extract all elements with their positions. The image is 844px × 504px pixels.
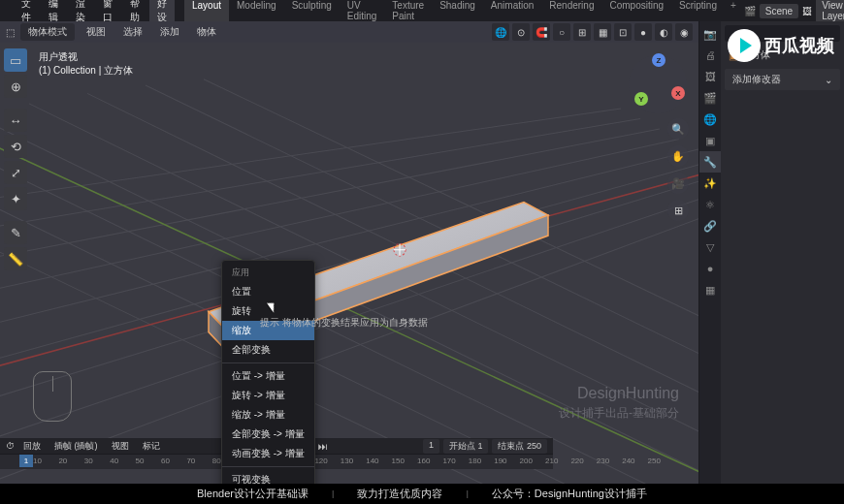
tool-measure[interactable]: 📏	[4, 247, 27, 270]
tl-tick: 70	[186, 457, 195, 465]
pivot-icon[interactable]: ⊙	[512, 23, 530, 41]
tool-move[interactable]: ↔	[4, 109, 27, 132]
gizmo-z-icon[interactable]: Z	[652, 53, 665, 67]
prop-particle-icon[interactable]: ✨	[699, 173, 721, 194]
prop-world-icon[interactable]: 🌐	[699, 109, 721, 130]
tl-tick: 10	[33, 457, 42, 465]
proportional-icon[interactable]: ○	[553, 23, 570, 41]
gizmo-y-icon[interactable]: Y	[634, 92, 648, 106]
cm-header: 应用	[222, 264, 314, 282]
camera-view-icon[interactable]: 🎥	[667, 173, 689, 194]
viewlayer-selector[interactable]: View Layer	[816, 0, 844, 23]
watermark-sub: DesignHunting 设计捕手出品-基础部分	[559, 385, 679, 422]
mouse-hint-icon	[33, 371, 72, 422]
prop-texture-icon[interactable]: ▦	[699, 279, 721, 300]
tl-keying[interactable]: 插帧 (插帧)	[49, 439, 103, 454]
scene-selector[interactable]: Scene	[760, 4, 798, 18]
tl-view[interactable]: 视图	[107, 439, 134, 454]
prop-data-icon[interactable]: ▽	[699, 236, 721, 258]
cm-loc-delta[interactable]: 位置 -> 增量	[222, 366, 314, 386]
snap-icon[interactable]: 🧲	[533, 23, 550, 41]
editor-type-icon[interactable]: ⬚	[6, 27, 15, 38]
prop-render-icon[interactable]: 📷	[699, 23, 721, 45]
viewport-info-label: 用户透视 (1) Collection | 立方体	[39, 50, 133, 78]
current-frame[interactable]: 1	[423, 439, 439, 454]
xigua-watermark-icon: 西瓜视频	[728, 29, 834, 62]
cm-all[interactable]: 全部变换	[222, 340, 314, 360]
tl-tick: 60	[161, 457, 170, 465]
pan-icon[interactable]: ✋	[667, 145, 689, 167]
tool-scale[interactable]: ⤢	[4, 161, 27, 184]
prop-constraint-icon[interactable]: 🔗	[699, 215, 721, 236]
shading-solid-icon[interactable]: ●	[634, 23, 652, 41]
overlay-icon[interactable]: ⊞	[573, 23, 591, 41]
vh-select[interactable]: 选择	[117, 23, 148, 41]
properties-panel: 📷 🖨 🖼 🎬 🌐 ▣ 🔧 ✨ ⚛ 🔗 ▽ ● ▦ ▣立方体 添加修改器⌄	[698, 21, 844, 489]
shading-material-icon[interactable]: ◐	[655, 23, 672, 41]
tl-tick: 210	[545, 457, 558, 465]
tl-tick: 30	[84, 457, 93, 465]
tl-tick: 240	[622, 457, 634, 465]
toolbar-left: ▭ ⊕ ↔ ⟲ ⤢ ✦ ✎ 📏	[4, 48, 31, 271]
prop-object-icon[interactable]: ▣	[699, 130, 721, 151]
tl-tick: 130	[341, 457, 353, 465]
gizmo-x-icon[interactable]: X	[671, 86, 685, 100]
layer-icon: 🖼	[802, 6, 812, 16]
tl-tick: 140	[366, 457, 378, 465]
shading-wire-icon[interactable]: ⊡	[614, 23, 632, 41]
tl-tick: 150	[392, 457, 405, 465]
cm-location[interactable]: 位置	[222, 282, 314, 301]
end-frame[interactable]: 结束点 250	[492, 439, 547, 454]
vh-object[interactable]: 物体	[191, 23, 222, 41]
viewport-3d[interactable]	[0, 43, 698, 489]
context-menu-apply: 应用 位置 旋转 缩放 全部变换 位置 -> 增量 旋转 -> 增量 缩放 ->…	[221, 260, 315, 489]
vh-view[interactable]: 视图	[81, 23, 112, 41]
xray-icon[interactable]: ▦	[594, 23, 611, 41]
mode-dropdown[interactable]: 物体模式	[20, 23, 75, 41]
nav-gizmo[interactable]: Z X Y	[629, 55, 687, 113]
tl-tick: 180	[469, 457, 481, 465]
start-frame[interactable]: 开始点 1	[443, 439, 489, 454]
jump-end-icon[interactable]: ⏭	[316, 440, 330, 453]
vh-add[interactable]: 添加	[154, 23, 185, 41]
perspective-icon[interactable]: ⊞	[667, 200, 689, 221]
zoom-icon[interactable]: 🔍	[667, 118, 689, 140]
prop-scene-icon[interactable]: 🎬	[699, 87, 721, 109]
tl-playback[interactable]: 回放	[18, 439, 46, 454]
tool-annotate[interactable]: ✎	[4, 221, 27, 244]
prop-modifier-icon[interactable]: 🔧	[699, 151, 721, 173]
prop-material-icon[interactable]: ●	[699, 258, 721, 279]
status-course: Blender设计公开基础课	[197, 487, 308, 501]
prop-physics-icon[interactable]: ⚛	[699, 194, 721, 215]
viewport-header: ⬚ 物体模式 视图 选择 添加 物体 🌐 ⊙ 🧲 ○ ⊞ ▦ ⊡ ● ◐ ◉	[0, 21, 698, 43]
tooltip: 提示 将物体的变换结果应用为自身数据	[252, 312, 436, 333]
tl-tick: 220	[570, 457, 583, 465]
playhead[interactable]: 1	[19, 455, 33, 467]
prop-viewlayer-icon[interactable]: 🖼	[699, 66, 721, 87]
cm-scale-delta[interactable]: 缩放 -> 增量	[222, 405, 314, 425]
tl-tick: 120	[314, 457, 327, 465]
cm-all-delta[interactable]: 全部变换 -> 增量	[222, 425, 314, 444]
orientation-icon[interactable]: 🌐	[492, 23, 509, 41]
tool-cursor[interactable]: ⊕	[4, 75, 27, 98]
status-wechat: 公众号：DesignHunting设计捕手	[492, 487, 647, 501]
tl-tick: 170	[442, 457, 455, 465]
prop-output-icon[interactable]: 🖨	[699, 45, 721, 66]
video-statusbar: Blender设计公开基础课 l 致力打造优质内容 l 公众号：DesignHu…	[0, 484, 844, 504]
tool-transform[interactable]: ✦	[4, 187, 27, 210]
status-slogan: 致力打造优质内容	[357, 487, 442, 501]
tl-tick: 20	[58, 457, 67, 465]
tool-select[interactable]: ▭	[4, 48, 27, 72]
tool-rotate[interactable]: ⟲	[4, 135, 27, 158]
tl-marker[interactable]: 标记	[138, 439, 165, 454]
cm-rot-delta[interactable]: 旋转 -> 增量	[222, 386, 314, 405]
tl-tick: 230	[597, 457, 609, 465]
add-modifier-button[interactable]: 添加修改器⌄	[725, 69, 840, 90]
shading-rendered-icon[interactable]: ◉	[675, 23, 693, 41]
svg-line-7	[0, 119, 640, 276]
cursor-3d-icon	[394, 243, 406, 256]
tl-tick: 190	[494, 457, 506, 465]
cm-anim-delta[interactable]: 动画变换 -> 增量	[222, 444, 314, 463]
tl-tick: 40	[110, 457, 118, 465]
timeline-editor-icon[interactable]: ⏱	[6, 441, 15, 451]
